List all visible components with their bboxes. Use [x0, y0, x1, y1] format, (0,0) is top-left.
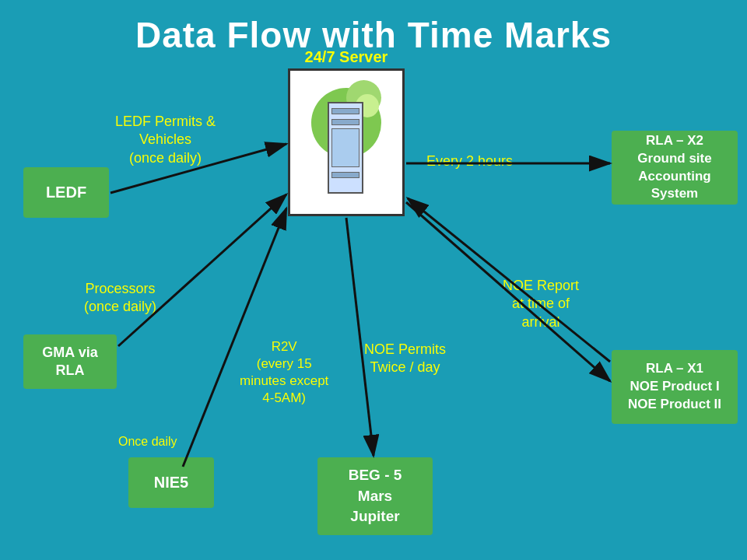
server-box	[288, 68, 405, 216]
server-vent-1	[331, 108, 359, 114]
once-daily-label: Once daily	[118, 434, 177, 450]
ledf-node: LEDF	[23, 167, 109, 218]
every-2-hours-label: Every 2 hours	[426, 152, 513, 170]
r2v-label: R2V(every 15minutes except4-5AM)	[240, 338, 328, 407]
rla-x2-node: RLA – X2Ground siteAccounting System	[612, 131, 738, 205]
ledf-permits-label: LEDF Permits &Vehicles(once daily)	[115, 113, 216, 167]
server-door	[328, 102, 363, 194]
beg-node: BEG - 5MarsJupiter	[317, 457, 433, 535]
svg-line-3	[183, 208, 286, 467]
svg-line-5	[346, 218, 374, 456]
server-vent-3	[331, 172, 359, 178]
rla-x1-node: RLA – X1NOE Product INOE Product II	[612, 350, 738, 424]
noe-report-label: NOE Reportat time ofarrival	[503, 277, 579, 331]
server-label: 24/7 Server	[288, 48, 405, 66]
svg-line-2	[118, 194, 286, 346]
gma-node: GMA viaRLA	[23, 334, 117, 389]
server-screen	[331, 128, 359, 167]
processors-label: Processors(once daily)	[84, 280, 156, 317]
nie5-node: NIE5	[128, 457, 214, 508]
noe-permits-label: NOE PermitsTwice / day	[364, 341, 446, 377]
server-vent-2	[331, 119, 359, 125]
server-illustration	[307, 80, 385, 205]
